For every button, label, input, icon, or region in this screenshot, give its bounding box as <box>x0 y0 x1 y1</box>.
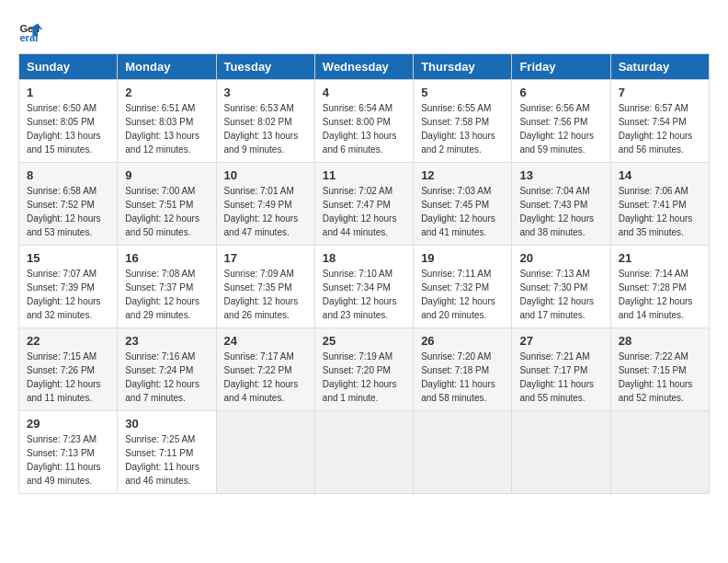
day-info: Sunrise: 7:22 AMSunset: 7:15 PMDaylight:… <box>619 350 701 405</box>
day-info: Sunrise: 7:11 AMSunset: 7:32 PMDaylight:… <box>421 267 504 322</box>
header-row: SundayMondayTuesdayWednesdayThursdayFrid… <box>19 54 710 80</box>
calendar-cell: 6Sunrise: 6:56 AMSunset: 7:56 PMDaylight… <box>512 80 610 163</box>
calendar-cell: 12Sunrise: 7:03 AMSunset: 7:45 PMDayligh… <box>414 163 512 246</box>
day-info: Sunrise: 7:00 AMSunset: 7:51 PMDaylight:… <box>125 184 208 239</box>
day-info: Sunrise: 7:09 AMSunset: 7:35 PMDaylight:… <box>224 267 307 322</box>
day-number: 12 <box>421 168 504 182</box>
day-number: 3 <box>224 86 307 99</box>
calendar-cell: 29Sunrise: 7:23 AMSunset: 7:13 PMDayligh… <box>19 411 118 494</box>
calendar-cell: 28Sunrise: 7:22 AMSunset: 7:15 PMDayligh… <box>610 328 709 411</box>
day-number: 7 <box>619 86 701 99</box>
calendar-cell: 4Sunrise: 6:54 AMSunset: 8:00 PMDaylight… <box>314 80 413 163</box>
calendar-week-1: 1Sunrise: 6:50 AMSunset: 8:05 PMDaylight… <box>19 80 710 163</box>
day-info: Sunrise: 6:50 AMSunset: 8:05 PMDaylight:… <box>27 101 109 156</box>
day-number: 4 <box>323 86 405 99</box>
calendar-week-4: 22Sunrise: 7:15 AMSunset: 7:26 PMDayligh… <box>19 328 710 411</box>
day-number: 6 <box>519 86 602 99</box>
calendar-cell: 10Sunrise: 7:01 AMSunset: 7:49 PMDayligh… <box>216 163 314 246</box>
calendar-cell: 9Sunrise: 7:00 AMSunset: 7:51 PMDaylight… <box>118 163 216 246</box>
calendar-cell <box>610 411 709 494</box>
header-sunday: Sunday <box>19 54 118 80</box>
calendar-cell <box>216 411 314 494</box>
day-number: 25 <box>323 334 405 348</box>
day-number: 9 <box>125 168 208 182</box>
day-info: Sunrise: 7:23 AMSunset: 7:13 PMDaylight:… <box>27 432 109 488</box>
header-tuesday: Tuesday <box>216 54 314 80</box>
calendar-cell: 11Sunrise: 7:02 AMSunset: 7:47 PMDayligh… <box>314 163 413 246</box>
day-number: 18 <box>323 251 405 265</box>
day-number: 21 <box>619 251 701 265</box>
day-info: Sunrise: 7:16 AMSunset: 7:24 PMDaylight:… <box>125 350 208 405</box>
day-info: Sunrise: 7:19 AMSunset: 7:20 PMDaylight:… <box>323 350 405 405</box>
calendar-cell: 2Sunrise: 6:51 AMSunset: 8:03 PMDaylight… <box>118 80 216 163</box>
day-info: Sunrise: 7:04 AMSunset: 7:43 PMDaylight:… <box>519 184 602 239</box>
calendar-cell: 24Sunrise: 7:17 AMSunset: 7:22 PMDayligh… <box>216 328 314 411</box>
calendar-cell: 19Sunrise: 7:11 AMSunset: 7:32 PMDayligh… <box>414 246 512 328</box>
header-friday: Friday <box>512 54 610 80</box>
day-info: Sunrise: 7:15 AMSunset: 7:26 PMDaylight:… <box>27 350 109 405</box>
day-info: Sunrise: 7:10 AMSunset: 7:34 PMDaylight:… <box>323 267 405 322</box>
calendar-cell: 30Sunrise: 7:25 AMSunset: 7:11 PMDayligh… <box>118 411 216 494</box>
logo-icon: Gen eral <box>18 18 44 44</box>
calendar-cell: 26Sunrise: 7:20 AMSunset: 7:18 PMDayligh… <box>414 328 512 411</box>
day-info: Sunrise: 7:03 AMSunset: 7:45 PMDaylight:… <box>421 184 504 239</box>
calendar-cell: 13Sunrise: 7:04 AMSunset: 7:43 PMDayligh… <box>512 163 610 246</box>
header-monday: Monday <box>118 54 216 80</box>
day-info: Sunrise: 7:20 AMSunset: 7:18 PMDaylight:… <box>421 350 504 405</box>
calendar-cell: 18Sunrise: 7:10 AMSunset: 7:34 PMDayligh… <box>314 246 413 328</box>
day-info: Sunrise: 7:13 AMSunset: 7:30 PMDaylight:… <box>519 267 602 322</box>
page-header: Gen eral <box>18 18 710 44</box>
calendar-cell: 3Sunrise: 6:53 AMSunset: 8:02 PMDaylight… <box>216 80 314 163</box>
calendar-cell: 21Sunrise: 7:14 AMSunset: 7:28 PMDayligh… <box>610 246 709 328</box>
logo: Gen eral <box>18 18 48 44</box>
calendar-cell: 20Sunrise: 7:13 AMSunset: 7:30 PMDayligh… <box>512 246 610 328</box>
day-info: Sunrise: 7:25 AMSunset: 7:11 PMDaylight:… <box>125 432 208 488</box>
day-number: 15 <box>27 251 109 265</box>
day-number: 19 <box>421 251 504 265</box>
day-number: 23 <box>125 334 208 348</box>
day-number: 28 <box>619 334 701 348</box>
day-info: Sunrise: 7:07 AMSunset: 7:39 PMDaylight:… <box>27 267 109 322</box>
calendar-cell <box>414 411 512 494</box>
calendar-cell: 22Sunrise: 7:15 AMSunset: 7:26 PMDayligh… <box>19 328 118 411</box>
day-number: 27 <box>519 334 602 348</box>
day-info: Sunrise: 7:06 AMSunset: 7:41 PMDaylight:… <box>619 184 701 239</box>
calendar-cell: 1Sunrise: 6:50 AMSunset: 8:05 PMDaylight… <box>19 80 118 163</box>
header-saturday: Saturday <box>610 54 709 80</box>
day-info: Sunrise: 6:58 AMSunset: 7:52 PMDaylight:… <box>27 184 109 239</box>
calendar-cell: 5Sunrise: 6:55 AMSunset: 7:58 PMDaylight… <box>414 80 512 163</box>
day-info: Sunrise: 6:57 AMSunset: 7:54 PMDaylight:… <box>619 101 701 156</box>
day-info: Sunrise: 6:54 AMSunset: 8:00 PMDaylight:… <box>323 101 405 156</box>
day-number: 13 <box>519 168 602 182</box>
day-number: 30 <box>125 417 208 431</box>
day-number: 8 <box>27 168 109 182</box>
calendar-cell <box>512 411 610 494</box>
calendar-week-5: 29Sunrise: 7:23 AMSunset: 7:13 PMDayligh… <box>19 411 710 494</box>
day-info: Sunrise: 7:17 AMSunset: 7:22 PMDaylight:… <box>224 350 307 405</box>
header-wednesday: Wednesday <box>314 54 413 80</box>
day-number: 29 <box>27 417 109 431</box>
calendar-cell: 8Sunrise: 6:58 AMSunset: 7:52 PMDaylight… <box>19 163 118 246</box>
calendar-cell: 15Sunrise: 7:07 AMSunset: 7:39 PMDayligh… <box>19 246 118 328</box>
day-number: 16 <box>125 251 208 265</box>
day-number: 26 <box>421 334 504 348</box>
day-number: 10 <box>224 168 307 182</box>
day-info: Sunrise: 7:08 AMSunset: 7:37 PMDaylight:… <box>125 267 208 322</box>
calendar-week-3: 15Sunrise: 7:07 AMSunset: 7:39 PMDayligh… <box>19 246 710 328</box>
calendar-cell: 27Sunrise: 7:21 AMSunset: 7:17 PMDayligh… <box>512 328 610 411</box>
calendar-cell: 23Sunrise: 7:16 AMSunset: 7:24 PMDayligh… <box>118 328 216 411</box>
day-number: 11 <box>323 168 405 182</box>
calendar-cell: 25Sunrise: 7:19 AMSunset: 7:20 PMDayligh… <box>314 328 413 411</box>
day-info: Sunrise: 7:02 AMSunset: 7:47 PMDaylight:… <box>323 184 405 239</box>
calendar-cell <box>314 411 413 494</box>
day-number: 2 <box>125 86 208 99</box>
day-number: 20 <box>519 251 602 265</box>
day-number: 24 <box>224 334 307 348</box>
day-info: Sunrise: 7:14 AMSunset: 7:28 PMDaylight:… <box>619 267 701 322</box>
day-info: Sunrise: 6:53 AMSunset: 8:02 PMDaylight:… <box>224 101 307 156</box>
day-info: Sunrise: 6:55 AMSunset: 7:58 PMDaylight:… <box>421 101 504 156</box>
calendar-cell: 7Sunrise: 6:57 AMSunset: 7:54 PMDaylight… <box>610 80 709 163</box>
day-number: 22 <box>27 334 109 348</box>
calendar-week-2: 8Sunrise: 6:58 AMSunset: 7:52 PMDaylight… <box>19 163 710 246</box>
calendar-cell: 17Sunrise: 7:09 AMSunset: 7:35 PMDayligh… <box>216 246 314 328</box>
